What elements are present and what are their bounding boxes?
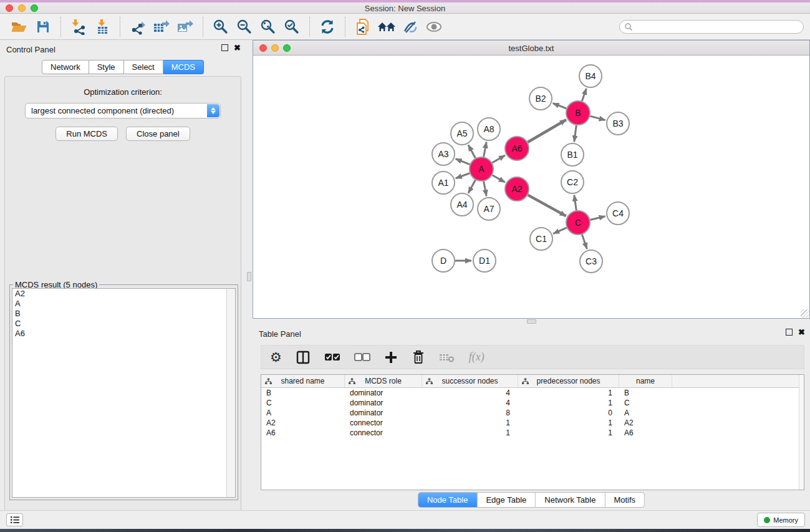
column-header-MCDS-role[interactable]: MCDS role [345, 375, 422, 387]
splitter-grip[interactable] [527, 319, 536, 324]
graph-node-D[interactable]: D [432, 249, 455, 272]
graph-node-A2[interactable]: A2 [505, 177, 529, 201]
select-all-icon[interactable] [324, 348, 340, 367]
graph-edge-A-A7[interactable] [484, 181, 486, 196]
graph-node-A3[interactable]: A3 [432, 143, 455, 165]
table-scrollbar[interactable] [799, 375, 804, 490]
graph-node-C2[interactable]: C2 [561, 171, 584, 193]
list-item[interactable]: A [12, 299, 235, 309]
close-panel-button[interactable]: Close panel [126, 127, 190, 141]
graph-node-A6[interactable]: A6 [505, 137, 529, 160]
deselect-all-icon[interactable] [354, 348, 370, 367]
graph-node-A[interactable]: A [470, 157, 493, 181]
open-file-icon[interactable] [7, 16, 31, 38]
graph-edge-C-C1[interactable] [553, 228, 566, 233]
tab-mcds[interactable]: MCDS [163, 60, 204, 74]
graph-node-A7[interactable]: A7 [478, 198, 500, 220]
graph-node-B3[interactable]: B3 [607, 112, 629, 135]
close-panel-icon[interactable]: ✖ [234, 44, 241, 51]
graph-node-A1[interactable]: A1 [432, 172, 455, 194]
graph-node-A8[interactable]: A8 [478, 118, 500, 140]
graph-node-B[interactable]: B [566, 101, 590, 125]
network-document-icon[interactable] [351, 16, 375, 38]
home-icon[interactable] [375, 16, 398, 38]
tab-edge-table[interactable]: Edge Table [477, 492, 536, 508]
horizontal-splitter[interactable] [253, 319, 810, 324]
graph-edge-C-C2[interactable] [574, 195, 576, 210]
list-item[interactable]: A6 [12, 329, 235, 339]
list-item[interactable]: B [12, 309, 235, 319]
column-header-predecessor-nodes[interactable]: predecessor nodes [518, 375, 619, 387]
splitter-grip[interactable] [247, 272, 251, 281]
hide-labels-icon[interactable] [398, 16, 422, 38]
network-window-titlebar[interactable]: testGlobe.txt [253, 41, 809, 56]
zoom-fit-icon[interactable] [256, 16, 280, 38]
zoom-in-icon[interactable] [209, 16, 233, 38]
add-column-icon[interactable] [384, 348, 398, 367]
mcds-result-list[interactable]: A2ABCA6 [12, 288, 236, 498]
list-item[interactable]: C [12, 319, 235, 329]
graph-edge-A-A5[interactable] [468, 145, 475, 158]
tab-select[interactable]: Select [124, 60, 163, 74]
graph-edge-A-A8[interactable] [484, 142, 486, 157]
search-input[interactable] [619, 20, 804, 34]
table-row[interactable]: A2connector11A2 [261, 418, 804, 428]
graph-edge-A2-C[interactable] [528, 195, 566, 216]
refresh-icon[interactable] [316, 16, 339, 38]
window-resize-grip[interactable] [801, 309, 809, 317]
list-item[interactable]: A2 [12, 289, 235, 299]
column-layout-icon[interactable] [296, 348, 311, 367]
task-history-button[interactable] [6, 513, 23, 526]
eye-icon[interactable] [422, 16, 446, 38]
zoom-out-icon[interactable] [233, 16, 256, 38]
node-table[interactable]: shared nameMCDS rolesuccessor nodesprede… [261, 374, 804, 490]
float-panel-icon[interactable] [221, 44, 228, 51]
graph-edge-A-A4[interactable] [468, 180, 475, 193]
run-mcds-button[interactable]: Run MCDS [55, 127, 118, 141]
graph-node-B2[interactable]: B2 [529, 87, 552, 110]
graph-edge-B-B4[interactable] [582, 89, 586, 101]
graph-node-C4[interactable]: C4 [607, 202, 629, 225]
graph-edge-A-A3[interactable] [456, 159, 470, 165]
save-session-icon[interactable] [31, 16, 55, 38]
tab-node-table[interactable]: Node Table [418, 492, 478, 508]
graph-edge-B-B1[interactable] [574, 125, 577, 142]
graph-node-C[interactable]: C [566, 211, 590, 235]
graph-node-B1[interactable]: B1 [561, 143, 584, 166]
tab-style[interactable]: Style [89, 60, 124, 74]
export-network-icon[interactable] [126, 16, 150, 38]
graph-edge-B-B3[interactable] [590, 116, 605, 120]
column-header-name[interactable]: name [619, 375, 672, 387]
table-row[interactable]: Bdominator41B [261, 388, 804, 398]
zoom-selected-icon[interactable] [280, 16, 304, 38]
delete-icon[interactable] [412, 348, 425, 367]
graph-edge-A-A6[interactable] [492, 155, 505, 163]
graph-edge-A-A2[interactable] [492, 175, 504, 182]
graph-node-C3[interactable]: C3 [580, 250, 602, 273]
graph-edge-A-A1[interactable] [456, 173, 470, 178]
column-header-shared-name[interactable]: shared name [261, 375, 345, 387]
graph-edge-C-C3[interactable] [582, 235, 587, 249]
tab-network-table[interactable]: Network Table [536, 492, 605, 508]
memory-button[interactable]: Memory [757, 513, 805, 527]
graph-edge-A6-B[interactable] [528, 120, 566, 142]
network-canvas[interactable]: B4B2BB3A8A5A6A3B1AA1C2A2A4A7C4CC1C3DD1 [253, 56, 809, 318]
gear-icon[interactable]: ⚙ [270, 348, 282, 367]
float-panel-icon[interactable] [786, 329, 793, 336]
close-panel-icon[interactable]: ✖ [798, 329, 805, 336]
criterion-dropdown[interactable]: largest connected component (directed) [25, 103, 221, 118]
table-row[interactable]: A6connector11A6 [261, 428, 804, 438]
graph-node-C1[interactable]: C1 [530, 228, 552, 250]
tab-motifs[interactable]: Motifs [605, 492, 645, 508]
graph-node-A4[interactable]: A4 [451, 193, 473, 216]
graph-node-D1[interactable]: D1 [473, 249, 496, 272]
vertical-splitter[interactable] [246, 40, 253, 511]
table-row[interactable]: Cdominator41C [261, 398, 804, 408]
graph-edge-B-B2[interactable] [553, 104, 567, 109]
export-table-icon[interactable] [150, 16, 173, 38]
graph-edge-C-C4[interactable] [590, 216, 605, 220]
import-table-icon[interactable] [90, 16, 114, 38]
export-image-icon[interactable] [173, 16, 197, 38]
graph-node-A5[interactable]: A5 [451, 122, 473, 145]
graph-node-B4[interactable]: B4 [579, 65, 602, 87]
